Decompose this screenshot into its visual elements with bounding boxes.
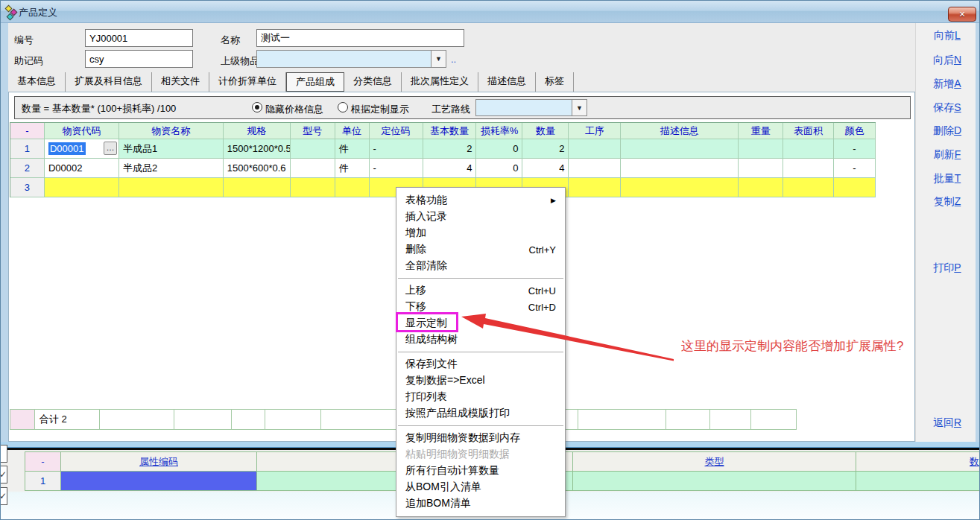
weight-cell[interactable] bbox=[739, 139, 783, 159]
tab-related-files[interactable]: 相关文件 bbox=[152, 72, 209, 92]
locator-cell[interactable]: - bbox=[370, 159, 423, 178]
material-name-cell[interactable]: 半成品1 bbox=[119, 139, 224, 159]
parent-item-dropdown-icon[interactable]: ▼ bbox=[431, 50, 446, 68]
tab-description[interactable]: 描述信息 bbox=[478, 72, 536, 92]
spec-cell[interactable]: 1500*600*0.6 bbox=[224, 159, 291, 178]
parent-item-combo[interactable] bbox=[256, 50, 431, 68]
menu-item-delete[interactable]: 删除Ctrl+Y bbox=[396, 241, 565, 258]
loss-rate-cell[interactable]: 0 bbox=[476, 159, 522, 178]
base-qty-cell[interactable]: 2 bbox=[423, 139, 477, 159]
menu-item-append-bom[interactable]: 追加BOM清单 bbox=[396, 495, 565, 512]
menu-item-table-functions[interactable]: 表格功能▶ bbox=[396, 192, 565, 209]
unit-cell[interactable]: 件 bbox=[335, 159, 370, 178]
mnemonic-input[interactable] bbox=[85, 50, 193, 68]
delete-button[interactable]: 删除D bbox=[923, 124, 971, 138]
copy-button[interactable]: 复制Z bbox=[923, 195, 971, 209]
menu-item-copy-to-excel[interactable]: 复制数据=>Excel bbox=[396, 372, 565, 389]
qty-cell[interactable]: 4 bbox=[522, 159, 569, 178]
description-cell[interactable] bbox=[621, 139, 739, 159]
code-input[interactable] bbox=[85, 29, 193, 47]
add-button[interactable]: 新增A bbox=[923, 77, 971, 91]
menu-item-copy-detail-to-memory[interactable]: 复制明细物资数据到内存 bbox=[396, 430, 565, 446]
unit-cell[interactable] bbox=[335, 178, 370, 197]
qty-cell[interactable]: 2 bbox=[522, 139, 569, 159]
menu-item-import-from-bom[interactable]: 从BOM引入清单 bbox=[396, 479, 565, 495]
attr-col-qty-partial[interactable]: 数 bbox=[856, 452, 980, 472]
locator-cell[interactable]: - bbox=[370, 139, 423, 159]
color-cell[interactable]: - bbox=[834, 139, 876, 159]
col-header-model: 型号 bbox=[291, 123, 335, 139]
close-button[interactable]: ✕ bbox=[948, 7, 976, 22]
save-button[interactable]: 保存S bbox=[923, 101, 971, 115]
batch-button[interactable]: 批量T bbox=[923, 172, 971, 186]
routing-dropdown-icon[interactable]: ▼ bbox=[572, 99, 587, 116]
model-cell[interactable] bbox=[291, 139, 335, 159]
menu-item-add[interactable]: 增加 bbox=[396, 225, 565, 241]
color-cell[interactable] bbox=[834, 178, 876, 197]
custom-display-radio-label[interactable]: 根据定制显示 bbox=[351, 103, 409, 116]
material-code-cell[interactable]: D00002 bbox=[45, 159, 119, 178]
unit-cell[interactable]: 件 bbox=[335, 139, 370, 159]
hide-price-radio-label[interactable]: 隐藏价格信息 bbox=[265, 103, 323, 116]
material-code-cell[interactable] bbox=[45, 178, 119, 197]
menu-item-clear-all[interactable]: 全部清除 bbox=[396, 258, 565, 274]
tab-pricing-conversion-unit[interactable]: 计价折算单位 bbox=[209, 72, 286, 92]
model-cell[interactable] bbox=[291, 178, 335, 197]
attr-code-cell-selected[interactable] bbox=[61, 472, 257, 491]
prev-button[interactable]: 向前L bbox=[923, 29, 971, 42]
attr-col-type[interactable]: 类型 bbox=[573, 452, 856, 472]
tab-product-composition[interactable]: 产品组成 bbox=[286, 72, 344, 92]
tab-extension-accounts[interactable]: 扩展及科目信息 bbox=[66, 72, 152, 92]
attr-row-number[interactable]: 1 bbox=[25, 472, 61, 491]
tab-classification[interactable]: 分类信息 bbox=[344, 72, 402, 92]
parent-item-more-button[interactable]: .. bbox=[451, 54, 456, 65]
return-button[interactable]: 返回R bbox=[923, 416, 971, 430]
col-header-unit: 单位 bbox=[335, 123, 370, 139]
menu-item-auto-calc-qty[interactable]: 所有行自动计算数量 bbox=[396, 463, 565, 479]
menu-item-print-list[interactable]: 打印列表 bbox=[396, 389, 565, 405]
material-name-cell[interactable]: 半成品2 bbox=[119, 159, 224, 178]
process-cell[interactable] bbox=[569, 159, 621, 178]
color-cell[interactable]: - bbox=[834, 159, 876, 178]
row-number[interactable]: 2 bbox=[10, 159, 45, 178]
attr-type-cell[interactable] bbox=[573, 472, 856, 491]
menu-separator bbox=[398, 278, 563, 279]
tab-batch-attribute[interactable]: 批次属性定义 bbox=[402, 72, 478, 92]
custom-display-radio[interactable] bbox=[338, 102, 348, 112]
description-cell[interactable] bbox=[621, 178, 739, 197]
name-input[interactable] bbox=[256, 29, 464, 47]
tab-basic-info[interactable]: 基本信息 bbox=[8, 72, 66, 92]
loss-rate-cell[interactable]: 0 bbox=[476, 139, 522, 159]
routing-combo[interactable] bbox=[475, 99, 572, 116]
row-number[interactable]: 3 bbox=[10, 178, 45, 197]
lookup-ellipsis-button[interactable]: … bbox=[104, 142, 117, 155]
menu-item-print-by-template[interactable]: 按照产品组成模版打印 bbox=[396, 405, 565, 422]
hide-price-radio[interactable] bbox=[252, 102, 262, 112]
surface-area-cell[interactable] bbox=[783, 159, 834, 178]
refresh-button[interactable]: 刷新F bbox=[923, 148, 971, 162]
menu-item-insert-record[interactable]: 插入记录 bbox=[396, 209, 565, 225]
material-code-cell[interactable]: D00001 … bbox=[45, 139, 119, 159]
col-header-qty: 数量 bbox=[522, 123, 569, 139]
process-cell[interactable] bbox=[569, 178, 621, 197]
surface-area-cell[interactable] bbox=[783, 178, 834, 197]
spec-cell[interactable] bbox=[224, 178, 291, 197]
tab-strip: 基本信息 扩展及科目信息 相关文件 计价折算单位 产品组成 分类信息 批次属性定… bbox=[8, 72, 574, 92]
menu-item-move-up[interactable]: 上移Ctrl+U bbox=[396, 282, 565, 299]
attr-col-attribute-code[interactable]: 属性编码 bbox=[61, 452, 257, 472]
tab-label[interactable]: 标签 bbox=[536, 72, 574, 92]
surface-area-cell[interactable] bbox=[783, 139, 834, 159]
next-button[interactable]: 向后N bbox=[923, 54, 971, 67]
row-number[interactable]: 1 bbox=[10, 139, 45, 159]
window-title: 产品定义 bbox=[19, 6, 57, 19]
base-qty-cell[interactable]: 4 bbox=[423, 159, 477, 178]
process-cell[interactable] bbox=[569, 139, 621, 159]
print-button[interactable]: 打印P bbox=[923, 261, 971, 275]
model-cell[interactable] bbox=[291, 159, 335, 178]
weight-cell[interactable] bbox=[739, 178, 783, 197]
material-name-cell[interactable] bbox=[119, 178, 224, 197]
spec-cell[interactable]: 1500*1200*0.5 bbox=[224, 139, 291, 159]
attr-qty-cell[interactable] bbox=[856, 472, 980, 491]
weight-cell[interactable] bbox=[739, 159, 783, 178]
description-cell[interactable] bbox=[621, 159, 739, 178]
